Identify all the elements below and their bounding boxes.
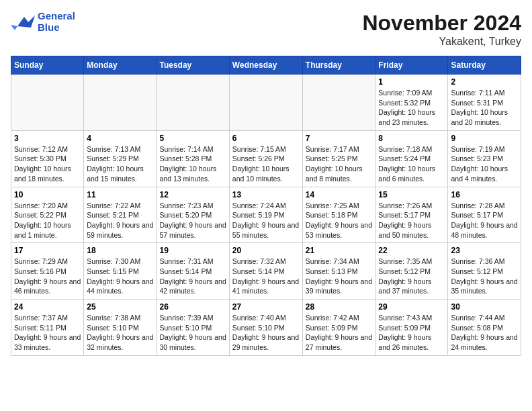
- day-number: 6: [232, 134, 300, 143]
- calendar-cell: 21Sunrise: 7:34 AMSunset: 5:13 PMDayligh…: [302, 243, 375, 300]
- calendar-cell: 16Sunrise: 7:28 AMSunset: 5:17 PMDayligh…: [448, 187, 521, 243]
- day-number: 14: [306, 190, 373, 199]
- calendar-cell: 25Sunrise: 7:38 AMSunset: 5:10 PMDayligh…: [84, 300, 157, 356]
- day-number: 19: [160, 246, 226, 255]
- day-info: Sunrise: 7:19 AMSunset: 5:23 PMDaylight:…: [451, 144, 518, 184]
- day-info: Sunrise: 7:22 AMSunset: 5:21 PMDaylight:…: [87, 201, 153, 240]
- day-info: Sunrise: 7:14 AMSunset: 5:28 PMDaylight:…: [160, 144, 226, 184]
- calendar-cell: 9Sunrise: 7:19 AMSunset: 5:23 PMDaylight…: [448, 130, 521, 187]
- day-info: Sunrise: 7:25 AMSunset: 5:18 PMDaylight:…: [306, 201, 373, 240]
- calendar-cell: 30Sunrise: 7:44 AMSunset: 5:08 PMDayligh…: [448, 300, 521, 356]
- calendar-cell: 19Sunrise: 7:31 AMSunset: 5:14 PMDayligh…: [157, 243, 229, 300]
- day-info: Sunrise: 7:29 AMSunset: 5:16 PMDaylight:…: [14, 257, 81, 296]
- calendar-cell: 28Sunrise: 7:42 AMSunset: 5:09 PMDayligh…: [302, 300, 375, 356]
- day-info: Sunrise: 7:13 AMSunset: 5:29 PMDaylight:…: [87, 144, 153, 184]
- day-info: Sunrise: 7:35 AMSunset: 5:12 PMDaylight:…: [378, 257, 445, 296]
- calendar-cell: 3Sunrise: 7:12 AMSunset: 5:30 PMDaylight…: [11, 130, 84, 187]
- day-info: Sunrise: 7:34 AMSunset: 5:13 PMDaylight:…: [306, 257, 373, 296]
- day-info: Sunrise: 7:09 AMSunset: 5:32 PMDaylight:…: [378, 88, 445, 128]
- day-number: 21: [306, 246, 373, 255]
- day-info: Sunrise: 7:32 AMSunset: 5:14 PMDaylight:…: [232, 257, 300, 296]
- calendar-cell: 4Sunrise: 7:13 AMSunset: 5:29 PMDaylight…: [84, 130, 157, 187]
- day-number: 13: [232, 190, 300, 199]
- calendar-cell: 7Sunrise: 7:17 AMSunset: 5:25 PMDaylight…: [302, 130, 375, 187]
- calendar-cell: 6Sunrise: 7:15 AMSunset: 5:26 PMDaylight…: [229, 130, 302, 187]
- day-number: 22: [378, 246, 445, 255]
- calendar-cell: [302, 75, 375, 131]
- day-number: 4: [87, 134, 153, 143]
- svg-marker-0: [17, 15, 35, 28]
- calendar-cell: [229, 75, 302, 131]
- day-info: Sunrise: 7:12 AMSunset: 5:30 PMDaylight:…: [14, 144, 81, 184]
- day-number: 2: [451, 77, 518, 87]
- day-number: 28: [306, 302, 373, 312]
- day-number: 26: [160, 302, 226, 312]
- calendar-cell: 20Sunrise: 7:32 AMSunset: 5:14 PMDayligh…: [229, 243, 302, 300]
- day-info: Sunrise: 7:11 AMSunset: 5:31 PMDaylight:…: [451, 88, 518, 128]
- day-info: Sunrise: 7:24 AMSunset: 5:19 PMDaylight:…: [232, 201, 300, 240]
- weekday-header: Friday: [375, 56, 448, 75]
- weekday-header: Tuesday: [157, 56, 229, 75]
- day-number: 18: [87, 246, 153, 255]
- calendar-cell: 8Sunrise: 7:18 AMSunset: 5:24 PMDaylight…: [375, 130, 448, 187]
- calendar-cell: 26Sunrise: 7:39 AMSunset: 5:10 PMDayligh…: [157, 300, 229, 356]
- calendar-cell: 12Sunrise: 7:23 AMSunset: 5:20 PMDayligh…: [157, 187, 229, 243]
- calendar-cell: 22Sunrise: 7:35 AMSunset: 5:12 PMDayligh…: [375, 243, 448, 300]
- day-info: Sunrise: 7:23 AMSunset: 5:20 PMDaylight:…: [160, 201, 226, 240]
- day-number: 27: [232, 302, 300, 312]
- day-info: Sunrise: 7:31 AMSunset: 5:14 PMDaylight:…: [160, 257, 226, 296]
- weekday-header: Monday: [84, 56, 157, 75]
- logo-text-general: General: [38, 10, 75, 21]
- calendar-week-row: 3Sunrise: 7:12 AMSunset: 5:30 PMDaylight…: [11, 130, 521, 187]
- day-number: 8: [378, 134, 445, 143]
- day-number: 10: [14, 190, 81, 199]
- svg-marker-1: [11, 25, 17, 30]
- day-number: 23: [451, 246, 518, 255]
- calendar-cell: 24Sunrise: 7:37 AMSunset: 5:11 PMDayligh…: [11, 300, 84, 356]
- weekday-header: Wednesday: [229, 56, 302, 75]
- day-info: Sunrise: 7:37 AMSunset: 5:11 PMDaylight:…: [14, 313, 81, 353]
- calendar-header-row: SundayMondayTuesdayWednesdayThursdayFrid…: [11, 56, 521, 75]
- weekday-header: Sunday: [11, 56, 84, 75]
- calendar-week-row: 17Sunrise: 7:29 AMSunset: 5:16 PMDayligh…: [11, 243, 521, 300]
- day-number: 7: [306, 134, 373, 143]
- page-header: General Blue November 2024 Yakakent, Tur…: [11, 11, 521, 48]
- logo-text-blue: Blue: [38, 21, 60, 33]
- day-number: 17: [14, 246, 81, 255]
- day-number: 11: [87, 190, 153, 199]
- day-number: 5: [160, 134, 226, 143]
- calendar-week-row: 1Sunrise: 7:09 AMSunset: 5:32 PMDaylight…: [11, 75, 521, 131]
- day-number: 29: [378, 302, 445, 312]
- calendar-week-row: 10Sunrise: 7:20 AMSunset: 5:22 PMDayligh…: [11, 187, 521, 243]
- day-info: Sunrise: 7:18 AMSunset: 5:24 PMDaylight:…: [378, 144, 445, 184]
- calendar-cell: 11Sunrise: 7:22 AMSunset: 5:21 PMDayligh…: [84, 187, 157, 243]
- month-title: November 2024: [362, 11, 521, 36]
- logo: General Blue: [11, 11, 75, 33]
- day-number: 20: [232, 246, 300, 255]
- day-number: 9: [451, 134, 518, 143]
- calendar-cell: 13Sunrise: 7:24 AMSunset: 5:19 PMDayligh…: [229, 187, 302, 243]
- logo-icon: [11, 13, 35, 32]
- day-info: Sunrise: 7:15 AMSunset: 5:26 PMDaylight:…: [232, 144, 300, 184]
- calendar-cell: 5Sunrise: 7:14 AMSunset: 5:28 PMDaylight…: [157, 130, 229, 187]
- day-info: Sunrise: 7:36 AMSunset: 5:12 PMDaylight:…: [451, 257, 518, 296]
- day-info: Sunrise: 7:44 AMSunset: 5:08 PMDaylight:…: [451, 313, 518, 353]
- calendar-cell: 1Sunrise: 7:09 AMSunset: 5:32 PMDaylight…: [375, 75, 448, 131]
- calendar-week-row: 24Sunrise: 7:37 AMSunset: 5:11 PMDayligh…: [11, 300, 521, 356]
- weekday-header: Saturday: [448, 56, 521, 75]
- day-info: Sunrise: 7:40 AMSunset: 5:10 PMDaylight:…: [232, 313, 300, 353]
- day-number: 16: [451, 190, 518, 199]
- day-number: 3: [14, 134, 81, 143]
- calendar-cell: 10Sunrise: 7:20 AMSunset: 5:22 PMDayligh…: [11, 187, 84, 243]
- calendar-cell: 17Sunrise: 7:29 AMSunset: 5:16 PMDayligh…: [11, 243, 84, 300]
- calendar-cell: 2Sunrise: 7:11 AMSunset: 5:31 PMDaylight…: [448, 75, 521, 131]
- day-number: 24: [14, 302, 81, 312]
- calendar-cell: [84, 75, 157, 131]
- day-info: Sunrise: 7:30 AMSunset: 5:15 PMDaylight:…: [87, 257, 153, 296]
- title-area: November 2024 Yakakent, Turkey: [362, 11, 521, 48]
- day-info: Sunrise: 7:28 AMSunset: 5:17 PMDaylight:…: [451, 201, 518, 240]
- day-info: Sunrise: 7:39 AMSunset: 5:10 PMDaylight:…: [160, 313, 226, 353]
- day-info: Sunrise: 7:43 AMSunset: 5:09 PMDaylight:…: [378, 313, 445, 353]
- calendar-cell: 27Sunrise: 7:40 AMSunset: 5:10 PMDayligh…: [229, 300, 302, 356]
- calendar-table: SundayMondayTuesdayWednesdayThursdayFrid…: [11, 56, 521, 356]
